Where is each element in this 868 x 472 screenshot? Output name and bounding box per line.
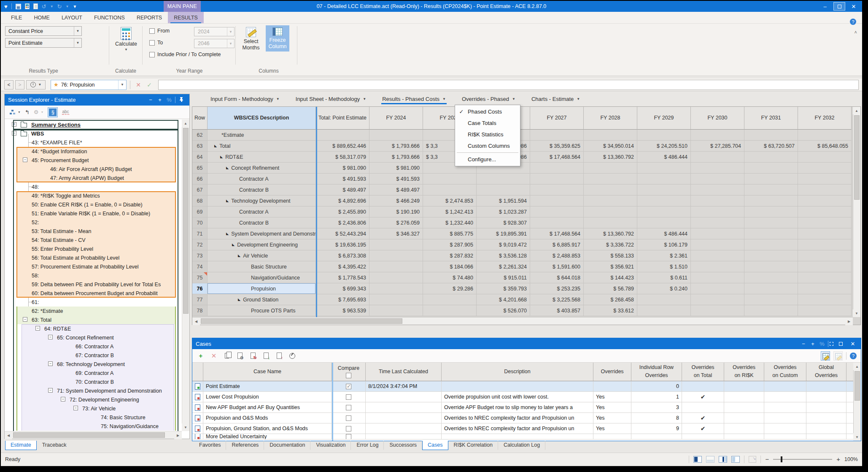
ribbon-tab-functions[interactable]: FUNCTIONS bbox=[88, 12, 131, 23]
menu-item-phased-costs[interactable]: ✓Phased Costs bbox=[455, 106, 520, 117]
value-cell[interactable] bbox=[369, 239, 423, 250]
case-compare-cell[interactable] bbox=[332, 434, 366, 439]
wbs-description-cell[interactable]: Basic Structure bbox=[208, 261, 316, 272]
row-number-cell[interactable]: 78 bbox=[192, 305, 208, 316]
row-number-cell[interactable]: 62 bbox=[192, 130, 208, 141]
wbs-description-cell[interactable]: Propulsion bbox=[208, 283, 316, 294]
compare-checkbox[interactable] bbox=[346, 426, 351, 431]
scrollbar-thumb[interactable] bbox=[201, 318, 402, 324]
scrollbar-thumb[interactable] bbox=[183, 128, 189, 314]
value-cell[interactable] bbox=[798, 239, 852, 250]
value-cell[interactable] bbox=[798, 184, 852, 195]
results-type-estimate-combobox[interactable]: Point Estimate ▼ bbox=[5, 38, 82, 48]
value-cell[interactable] bbox=[530, 174, 584, 184]
redo-icon[interactable]: ↻ bbox=[57, 4, 62, 9]
value-cell[interactable]: $ 1,951.594 bbox=[477, 195, 530, 206]
app-logo-icon[interactable]: ♥ bbox=[4, 4, 8, 9]
wbs-description-cell[interactable]: ◣Ground Station bbox=[208, 294, 316, 305]
checkbox-icon[interactable] bbox=[149, 40, 155, 46]
value-cell[interactable]: $ 56.789 bbox=[584, 283, 637, 294]
value-cell[interactable] bbox=[744, 283, 798, 294]
value-cell[interactable]: $ 1,023.287 bbox=[477, 206, 530, 217]
value-cell[interactable] bbox=[691, 174, 744, 184]
collapse-arrow-icon[interactable]: ◣ bbox=[232, 243, 235, 247]
case-compare-cell[interactable] bbox=[332, 423, 366, 434]
value-cell[interactable]: $ 6,885.917 bbox=[530, 239, 584, 250]
compare-checkbox[interactable] bbox=[346, 384, 351, 389]
row-number-cell[interactable]: 76 bbox=[192, 283, 208, 294]
bottom-tab-successors[interactable]: Successors bbox=[384, 441, 422, 450]
column-header-global-overrides[interactable]: GlobalOverrides bbox=[806, 363, 846, 381]
cases-vertical-scrollbar[interactable]: ▲▼ bbox=[853, 363, 861, 441]
chevron-down-icon[interactable]: ▼ bbox=[442, 97, 446, 101]
collapse-icon[interactable]: − bbox=[23, 157, 27, 162]
column-header-fy-2032[interactable]: FY 2032 bbox=[798, 107, 852, 130]
value-cell[interactable] bbox=[369, 250, 423, 261]
zoom-out-icon[interactable]: − bbox=[765, 456, 769, 463]
value-cell[interactable] bbox=[691, 239, 744, 250]
value-cell[interactable]: $ 184.066 bbox=[423, 261, 477, 272]
value-cell[interactable] bbox=[744, 272, 798, 283]
chevron-down-icon[interactable]: ▼ bbox=[363, 97, 366, 101]
column-header-overrides-on-custom[interactable]: Overrideson Custom bbox=[764, 363, 806, 381]
history-button[interactable]: ▼ bbox=[26, 80, 46, 90]
row-navigator-combobox[interactable]: ★ 76: Propulsion ▼ bbox=[51, 80, 127, 90]
tree-vertical-scrollbar[interactable]: ▲▼ bbox=[182, 119, 189, 431]
column-header-fy-2027[interactable]: FY 2027 bbox=[530, 107, 584, 130]
column-header-description[interactable]: Description bbox=[442, 363, 593, 381]
popout-panel-icon[interactable] bbox=[839, 342, 848, 346]
value-cell[interactable] bbox=[744, 228, 798, 239]
results-horizontal-scrollbar[interactable]: ◀▶ bbox=[192, 317, 853, 325]
value-cell[interactable]: $ 2,474.853 bbox=[423, 195, 477, 206]
scrollbar-thumb[interactable] bbox=[855, 371, 860, 401]
value-cell[interactable]: $ 9,019.472 bbox=[477, 239, 530, 250]
value-cell[interactable]: $ 2,436.806 bbox=[316, 217, 369, 228]
value-cell[interactable]: $ 63,720.507 bbox=[744, 141, 798, 152]
value-cell[interactable] bbox=[691, 152, 744, 163]
value-cell[interactable]: $ 1,242.413 bbox=[423, 206, 477, 217]
scroll-down-icon[interactable]: ▼ bbox=[182, 423, 189, 431]
column-header-time-last-calculated[interactable]: Time Last Calculated bbox=[366, 363, 442, 381]
report-icon[interactable] bbox=[33, 3, 38, 9]
value-cell[interactable]: $ 489.497 bbox=[316, 184, 369, 195]
scroll-up-icon[interactable]: ▲ bbox=[182, 119, 189, 127]
value-cell[interactable] bbox=[691, 261, 744, 272]
value-cell[interactable] bbox=[691, 195, 744, 206]
tools-dropdown-icon[interactable]: ▼ bbox=[41, 111, 44, 114]
value-cell[interactable] bbox=[477, 184, 530, 195]
value-cell[interactable]: $ 17,468.564 bbox=[530, 152, 584, 163]
close-button[interactable]: ✕ bbox=[848, 2, 860, 11]
compare-checkbox[interactable] bbox=[346, 434, 351, 439]
case-name-cell[interactable]: Lower Cost Propulsion bbox=[203, 392, 332, 402]
value-cell[interactable]: $ 963.539 bbox=[316, 305, 369, 316]
value-cell[interactable]: $ 1,793.666 bbox=[369, 152, 423, 163]
bottom-tab-cases[interactable]: Cases bbox=[422, 441, 448, 450]
undo-dropdown-icon[interactable]: ▼ bbox=[50, 4, 54, 9]
value-cell[interactable] bbox=[423, 294, 477, 305]
tools-icon[interactable]: ⚙ bbox=[34, 109, 39, 115]
value-cell[interactable]: $ 644.018 bbox=[530, 272, 584, 283]
value-cell[interactable]: $ 885.775 bbox=[423, 228, 477, 239]
wbs-description-cell[interactable]: Procure OTS Parts bbox=[208, 305, 316, 316]
case-row[interactable]: More Detailed Uncertainty bbox=[192, 434, 853, 439]
export-case-icon[interactable]: ↑ bbox=[274, 351, 284, 361]
value-cell[interactable] bbox=[798, 261, 852, 272]
value-cell[interactable] bbox=[477, 174, 530, 184]
row-number-cell[interactable]: 67 bbox=[192, 184, 208, 195]
value-cell[interactable] bbox=[691, 217, 744, 228]
value-cell[interactable]: $ 1,778.543 bbox=[316, 272, 369, 283]
wbs-description-cell[interactable]: ◣Air Vehicle bbox=[208, 250, 316, 261]
case-name-cell[interactable]: More Detailed Uncertainty bbox=[203, 434, 332, 439]
scroll-down-icon[interactable]: ▼ bbox=[853, 309, 860, 317]
year-from-dropdown[interactable]: 2024 ▼ bbox=[194, 27, 235, 36]
scrollbar-thumb[interactable] bbox=[854, 115, 860, 200]
checkbox-icon[interactable] bbox=[149, 52, 155, 57]
value-cell[interactable]: $ 287.905 bbox=[423, 239, 477, 250]
wbs-description-cell[interactable]: ◣RDT&E bbox=[208, 152, 316, 163]
tree-item[interactable]: 48: bbox=[5, 182, 182, 191]
value-cell[interactable] bbox=[584, 130, 637, 141]
value-cell[interactable]: $ 981.090 bbox=[316, 163, 369, 174]
case-row[interactable]: Point Estimate8/1/2024 3:47:04 PM0 bbox=[192, 381, 853, 392]
tree-item[interactable]: −WBS bbox=[5, 129, 182, 138]
value-cell[interactable] bbox=[637, 305, 691, 316]
